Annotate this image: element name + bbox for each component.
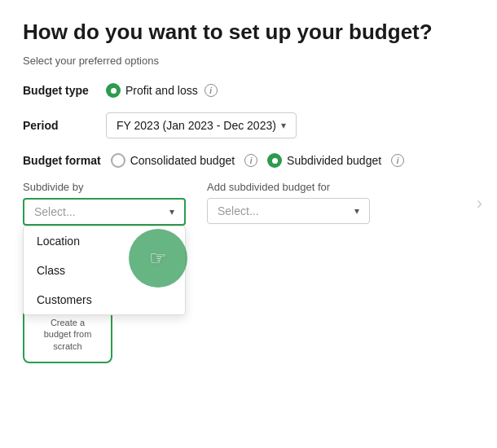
subdivide-by-placeholder: Select... — [34, 205, 76, 218]
profit-loss-info-icon[interactable]: i — [205, 84, 218, 97]
page-title: How do you want to set up your budget? — [23, 20, 474, 45]
subdivided-label: Subdivided budget — [287, 154, 381, 167]
radio-unselected-icon — [111, 153, 125, 168]
radio-selected-icon-2 — [267, 153, 282, 168]
add-subdivided-trigger[interactable]: Select... ▾ — [207, 198, 370, 224]
add-subdivided-col: Add subdivided budget for Select... ▾ — [207, 181, 370, 224]
consolidated-info-icon[interactable]: i — [244, 154, 257, 167]
period-select[interactable]: FY 2023 (Jan 2023 - Dec 2023) ▾ — [106, 112, 297, 138]
dropdown-item-location[interactable]: Location — [24, 226, 185, 256]
consolidated-budget-option[interactable]: Consolidated budget — [111, 153, 235, 168]
subdivided-budget-option[interactable]: Subdivided budget — [267, 153, 381, 168]
subdivided-info-icon[interactable]: i — [391, 154, 404, 167]
consolidated-label: Consolidated budget — [130, 154, 235, 167]
custom-budgets-sublabel: Create a budget from scratch — [37, 317, 98, 352]
period-chevron-icon: ▾ — [281, 120, 286, 131]
add-subdivided-label: Add subdivided budget for — [207, 181, 370, 193]
subdivide-by-menu: Location Class Customers — [23, 226, 186, 315]
subdivide-section: Subdivide by Select... ▾ ☞ Location Clas… — [23, 181, 474, 226]
add-subdivided-placeholder: Select... — [218, 204, 259, 217]
budget-format-row: Budget format Consolidated budget i Subd… — [23, 153, 474, 168]
subtitle: Select your preferred options — [23, 55, 474, 67]
budget-type-label: Budget type — [23, 84, 96, 97]
radio-selected-icon — [106, 83, 121, 98]
profit-loss-label: Profit and loss — [125, 84, 198, 97]
subdivide-chevron-icon: ▾ — [169, 206, 174, 217]
add-subdivided-chevron-icon: ▾ — [354, 205, 359, 217]
budget-format-label: Budget format — [23, 154, 101, 167]
budget-type-options: Profit and loss i — [106, 83, 218, 98]
period-value: FY 2023 (Jan 2023 - Dec 2023) — [117, 119, 276, 132]
period-row: Period FY 2023 (Jan 2023 - Dec 2023) ▾ — [23, 112, 474, 138]
subdivide-by-col: Subdivide by Select... ▾ ☞ Location Clas… — [23, 181, 186, 226]
right-arrow-icon: › — [477, 193, 482, 214]
dropdown-item-class[interactable]: Class — [24, 256, 185, 285]
subdivide-by-dropdown-wrapper: Select... ▾ ☞ Location Class Customers — [23, 198, 186, 226]
subdivide-by-label: Subdivide by — [23, 181, 186, 193]
budget-type-profit-loss[interactable]: Profit and loss — [106, 83, 198, 98]
subdivide-by-trigger[interactable]: Select... ▾ — [23, 198, 186, 226]
period-label: Period — [23, 119, 96, 132]
budget-type-row: Budget type Profit and loss i — [23, 83, 474, 98]
dropdown-item-customers[interactable]: Customers — [24, 285, 185, 314]
